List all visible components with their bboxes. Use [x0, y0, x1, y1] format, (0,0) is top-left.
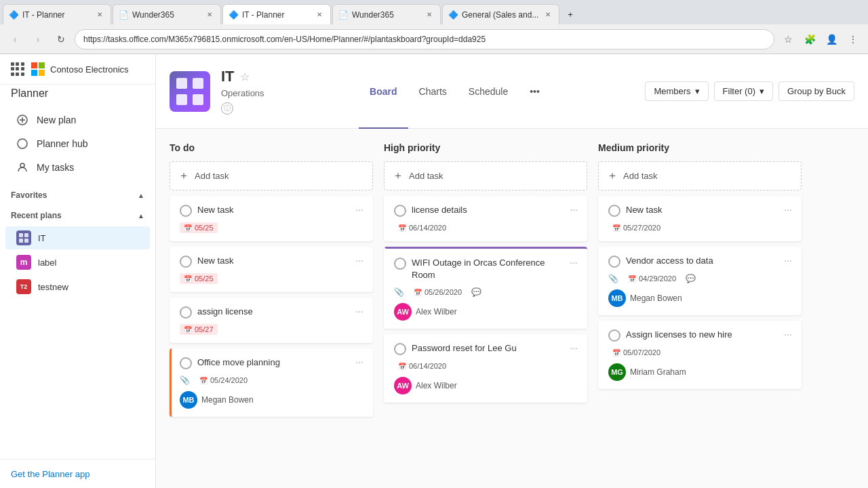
task-card-t3[interactable]: assign license ··· 📅 05/27 [170, 298, 373, 343]
add-task-todo[interactable]: ＋ Add task [170, 161, 373, 190]
plan-star-icon[interactable]: ☆ [240, 70, 250, 83]
tab-close-3[interactable]: ✕ [314, 9, 325, 20]
tab-close-2[interactable]: ✕ [204, 9, 215, 20]
task-card-t2[interactable]: New task ··· 📅 05/25 [170, 247, 373, 292]
plan-testnew-icon: T2 [16, 279, 31, 294]
task-m2-checkbox[interactable] [608, 256, 620, 268]
planner-hub-button[interactable]: Planner hub [5, 132, 150, 155]
plan-info-icon[interactable]: ⓘ [221, 102, 233, 115]
task-card-h3[interactable]: Password reset for Lee Gu ··· 📅 06/14/20… [384, 334, 587, 403]
plan-title-area: IT ☆ Operations ⓘ [221, 68, 264, 115]
new-plan-button[interactable]: New plan [5, 108, 150, 131]
task-card-t1[interactable]: New task ··· 📅 05/25 [170, 196, 373, 241]
task-t4-header: Office move planning ··· [180, 357, 365, 369]
sidebar-plan-testnew[interactable]: T2 testnew [5, 275, 150, 298]
browser-tab-3[interactable]: 🔷 IT - Planner ✕ [222, 4, 331, 24]
tab-charts[interactable]: Charts [408, 55, 458, 129]
tab-close-5[interactable]: ✕ [542, 9, 553, 20]
tab-board[interactable]: Board [359, 55, 408, 129]
forward-button[interactable]: › [28, 30, 47, 49]
task-m3-more[interactable]: ··· [783, 329, 793, 340]
task-h2-checkbox[interactable] [394, 258, 406, 270]
tab-close-4[interactable]: ✕ [424, 9, 435, 20]
svg-point-8 [20, 163, 24, 167]
task-t3-checkbox[interactable] [180, 306, 192, 319]
calendar-icon-m3: 📅 [612, 349, 620, 357]
back-button[interactable]: ‹ [5, 30, 24, 49]
address-bar[interactable] [75, 29, 774, 49]
add-task-medium-label: Add task [623, 171, 658, 181]
recent-plans-chevron: ▲ [138, 212, 144, 220]
task-t4-more[interactable]: ··· [354, 357, 365, 367]
task-h1-title: license details [412, 204, 563, 216]
bookmark-button[interactable]: ☆ [778, 30, 797, 49]
task-t2-checkbox[interactable] [180, 256, 192, 268]
task-t2-more[interactable]: ··· [354, 255, 365, 266]
tab-favicon-4: 📄 [338, 10, 348, 20]
tab-close-1[interactable]: ✕ [94, 9, 105, 20]
task-m1-more[interactable]: ··· [783, 204, 793, 215]
settings-button[interactable]: ⋮ [844, 30, 863, 49]
task-h3-more[interactable]: ··· [568, 342, 579, 353]
calendar-icon-t2: 📅 [184, 275, 192, 283]
task-t2-date: 📅 05/25 [180, 273, 218, 284]
svg-rect-16 [193, 94, 203, 105]
browser-tab-1[interactable]: 🔷 IT - Planner ✕ [3, 4, 111, 24]
my-tasks-button[interactable]: My tasks [5, 156, 150, 179]
task-h3-header: Password reset for Lee Gu ··· [394, 342, 579, 355]
task-t3-more[interactable]: ··· [354, 306, 365, 317]
favorites-section[interactable]: Favorites ▲ [0, 185, 155, 205]
task-h2-assignee: AW [394, 303, 412, 321]
sidebar-plan-label[interactable]: m label [5, 251, 150, 274]
get-app-link[interactable]: Get the Planner app [11, 469, 90, 479]
task-m3-meta: 📅 05/07/2020 [608, 347, 793, 358]
task-m3-assignee-row: MG Miriam Graham [608, 363, 793, 381]
add-task-medium[interactable]: ＋ Add task [598, 161, 802, 190]
sidebar-plan-it[interactable]: IT [5, 226, 150, 249]
task-m3-checkbox[interactable] [608, 329, 620, 342]
task-card-h2[interactable]: WIFI Outage in Orcas Conference Room ···… [384, 247, 587, 329]
tab-more[interactable]: ••• [519, 55, 551, 129]
extensions-button[interactable]: 🧩 [800, 30, 819, 49]
task-h2-header: WIFI Outage in Orcas Conference Room ··· [394, 257, 579, 281]
recent-plans-section[interactable]: Recent plans ▲ [0, 205, 155, 226]
members-button[interactable]: Members ▾ [645, 81, 708, 101]
waffle-icon[interactable] [11, 62, 24, 76]
profile-button[interactable]: 👤 [822, 30, 841, 49]
new-tab-button[interactable]: ＋ [561, 4, 585, 24]
task-m2-more[interactable]: ··· [783, 255, 793, 266]
browser-tab-2[interactable]: 📄 Wunder365 ✕ [113, 4, 221, 24]
task-h3-assignee-name: Alex Wilber [416, 381, 457, 390]
task-t1-checkbox[interactable] [180, 205, 192, 217]
tab-schedule[interactable]: Schedule [458, 55, 519, 129]
task-h3-checkbox[interactable] [394, 343, 406, 355]
task-m1-checkbox[interactable] [608, 205, 620, 217]
svg-rect-3 [39, 70, 45, 76]
task-t4-checkbox[interactable] [180, 357, 192, 369]
task-h1-checkbox[interactable] [394, 205, 406, 217]
task-t3-meta: 📅 05/27 [180, 324, 365, 335]
plan-logo [170, 71, 210, 112]
task-h3-meta: 📅 06/14/2020 [394, 361, 579, 371]
group-by-button[interactable]: Group by Buck [778, 81, 854, 101]
task-t4-assignee-name: Megan Bowen [201, 395, 254, 405]
task-card-h1[interactable]: license details ··· 📅 06/14/2020 [384, 196, 587, 241]
task-m2-assignee-name: Megan Bowen [630, 293, 682, 303]
browser-tab-4[interactable]: 📄 Wunder365 ✕ [332, 4, 441, 24]
task-card-m1[interactable]: New task ··· 📅 05/27/2020 [598, 196, 802, 241]
task-card-m2[interactable]: Vendor access to data ··· 📎 📅 04/29/2020… [598, 247, 802, 315]
task-h1-more[interactable]: ··· [568, 204, 579, 215]
my-tasks-icon [16, 161, 28, 174]
browser-tab-5[interactable]: 🔷 General (Sales and... ✕ [442, 4, 559, 24]
task-t1-more[interactable]: ··· [354, 204, 365, 215]
reload-button[interactable]: ↻ [52, 30, 71, 49]
add-task-high[interactable]: ＋ Add task [384, 161, 587, 190]
task-card-t4[interactable]: Office move planning ··· 📎 📅 05/24/2020 … [170, 348, 373, 417]
svg-rect-2 [31, 70, 37, 76]
calendar-icon-t4: 📅 [199, 377, 208, 384]
task-h2-date: 📅 05/26/2020 [410, 287, 466, 298]
filter-button[interactable]: Filter (0) ▾ [714, 81, 773, 101]
task-card-m3[interactable]: Assign licenses to new hire ··· 📅 05/07/… [598, 321, 802, 389]
task-h2-more[interactable]: ··· [568, 257, 579, 268]
app-brand: Contoso Electronics [31, 62, 129, 76]
